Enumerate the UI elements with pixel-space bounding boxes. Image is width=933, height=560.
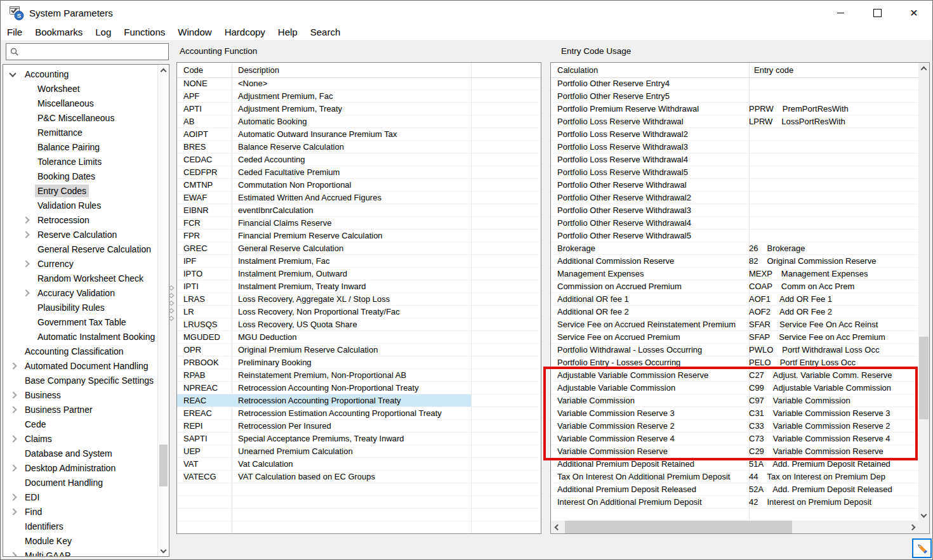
tree-item[interactable]: Retrocession [3, 212, 158, 227]
splitter-handle[interactable] [169, 285, 174, 290]
chevron-right-icon[interactable] [10, 407, 22, 412]
table-row[interactable]: Portfolio Other Reserve Entry5 [551, 90, 918, 103]
table-row[interactable]: Adjustable Variable CommissionC99Adjusta… [551, 382, 918, 394]
menu-bookmarks[interactable]: Bookmarks [29, 25, 89, 40]
table-row[interactable]: Management ExpensesMEXPManagement Expens… [551, 268, 918, 280]
menu-file[interactable]: File [1, 25, 29, 40]
search-input[interactable] [19, 45, 168, 59]
table-row[interactable]: RPABReinstatement Premium, Non-Proportio… [177, 369, 540, 382]
maximize-button[interactable] [859, 1, 896, 25]
table-row[interactable]: EWAFEstimated Written And Accrued Figure… [177, 192, 540, 204]
chevron-right-icon[interactable] [10, 495, 22, 500]
table-row[interactable]: Additional OR fee 2AOF2Add OR Fee 2 [551, 306, 918, 318]
tree-item[interactable]: Remittance [3, 125, 158, 140]
table-row[interactable]: Additional Premium Deposit Retained51AAd… [551, 458, 918, 471]
table-row[interactable]: Portfolio Loss Reserve Withdrawal3 [551, 141, 918, 153]
table-row[interactable]: Portfolio Premium Reserve WithdrawalPPRW… [551, 103, 918, 115]
table-row[interactable]: LRLoss Recovery, Non Proportional Treaty… [177, 306, 540, 318]
chevron-right-icon[interactable] [22, 232, 35, 237]
table-row[interactable]: Portfolio Other Reserve Withdrawal2 [551, 192, 918, 204]
table-row[interactable]: APFAdjustment Premium, Fac [177, 90, 540, 103]
menu-hardcopy[interactable]: Hardcopy [218, 25, 272, 40]
table-row[interactable]: Portfolio Entry - Losses OccurringPELOPo… [551, 356, 918, 369]
table-row[interactable]: VATVat Calculation [177, 458, 540, 471]
table-row[interactable]: SAPTISpecial Acceptance Premiums, Treaty… [177, 433, 540, 445]
tree-item[interactable]: P&C Miscellaneous [3, 110, 158, 125]
tree-scrollbar[interactable] [157, 65, 169, 556]
table-row[interactable]: Variable Commission ReserveC29Variable C… [551, 445, 918, 458]
column-header-calculation[interactable]: Calculation [557, 65, 598, 75]
scroll-up-button[interactable] [158, 65, 169, 75]
tree-item[interactable]: Worksheet [3, 81, 158, 96]
column-header-code[interactable]: Code [183, 65, 203, 75]
table-row[interactable]: Service Fee on Accrued PremiumSFAPServic… [551, 331, 918, 344]
tree-item[interactable]: Identifiers [3, 519, 158, 533]
scroll-down-button[interactable] [158, 545, 169, 556]
table-row[interactable]: IPTOInstalment Premium, Outward [177, 268, 540, 280]
column-header-entry-code[interactable]: Entry code [754, 65, 793, 75]
edit-button[interactable] [912, 538, 932, 558]
table-row-empty[interactable] [177, 521, 540, 534]
table-row[interactable]: Portfolio Loss Reserve Withdrawal5 [551, 166, 918, 179]
table-row[interactable]: Additional Commission Reserve82Original … [551, 255, 918, 268]
chevron-down-icon[interactable] [10, 72, 22, 76]
table-row[interactable]: FPRFinancial Premium Reserve Calculation [177, 230, 540, 242]
table-row[interactable]: FCRFinancial Claims Reserve [177, 217, 540, 230]
table-row[interactable]: Variable Commission Reserve 3C31Variable… [551, 407, 918, 420]
table-row[interactable]: Portfolio Withdrawal - Losses OccurringP… [551, 344, 918, 356]
table-row[interactable]: VATECGVAT Calculation based on EC Groups [177, 471, 540, 483]
table-row[interactable]: Portfolio Loss Reserve Withdrawal2 [551, 128, 918, 141]
tree-item[interactable]: Desktop Administration [3, 460, 158, 475]
chevron-right-icon[interactable] [10, 553, 22, 557]
table-row[interactable]: Portfolio Loss Reserve WithdrawalLPRWLos… [551, 115, 918, 128]
table-row[interactable]: CEDACCeded Accounting [177, 153, 540, 166]
table-row[interactable]: Additional OR fee 1AOF1Add OR Fee 1 [551, 293, 918, 306]
chevron-right-icon[interactable] [10, 466, 22, 471]
table-row[interactable]: APTIAdjustment Premium, Treaty [177, 103, 540, 115]
tree-item[interactable]: Tolerance Limits [3, 154, 158, 169]
tree-item[interactable]: General Reserve Calculation [3, 242, 158, 256]
table-row[interactable]: AOIPTAutomatic Outward Insurance Premium… [177, 128, 540, 141]
table-row[interactable]: NPREACRetrocession Accounting Non-Propor… [177, 382, 540, 394]
tree-item[interactable]: Balance Pairing [3, 140, 158, 154]
table-row[interactable]: NONE<None> [177, 77, 540, 90]
tree-item[interactable]: Accuracy Validation [3, 285, 158, 300]
table-row[interactable]: EREACRetrocession Estimation Accounting … [177, 407, 540, 420]
table-row[interactable]: Variable Commission Reserve 4C73Variable… [551, 433, 918, 445]
table-row[interactable]: Portfolio Other Reserve Withdrawal4 [551, 217, 918, 230]
table-row[interactable]: UEPUnearned Premium Calculation [177, 445, 540, 458]
table-row[interactable]: CEDFPRCeded Facultative Premium [177, 166, 540, 179]
tree-item[interactable]: Multi GAAP [3, 548, 158, 557]
close-button[interactable]: × [896, 1, 932, 25]
table-row-empty[interactable] [177, 496, 540, 509]
minimize-button[interactable] [822, 1, 859, 25]
table-row[interactable]: CMTNPCommutation Non Proportional [177, 179, 540, 192]
table-row[interactable]: Portfolio Loss Reserve Withdrawal4 [551, 153, 918, 166]
tree-item[interactable]: Entry Codes [3, 183, 158, 198]
table-row[interactable]: Interest On Additional Premium Deposit42… [551, 496, 918, 509]
chevron-right-icon[interactable] [10, 363, 22, 368]
table-row[interactable]: BRESBalance Reserve Calculation [177, 141, 540, 153]
tree-item[interactable]: Reserve Calculation [3, 227, 158, 242]
menu-search[interactable]: Search [304, 25, 347, 40]
table-row-empty[interactable] [177, 483, 540, 496]
scrollbar-thumb[interactable] [159, 445, 168, 486]
scroll-down-button[interactable] [918, 510, 929, 521]
table-row[interactable]: ABAutomatic Booking [177, 115, 540, 128]
table-row[interactable]: Adjustable Variable Commission ReserveC2… [551, 369, 918, 382]
tree-item[interactable]: Automated Document Handling [3, 358, 158, 373]
tree-item[interactable]: Business Partner [3, 402, 158, 417]
vertical-scrollbar[interactable] [918, 63, 929, 521]
splitter-handle[interactable] [169, 316, 174, 321]
tree-item[interactable]: Cede [3, 417, 158, 431]
tree-item[interactable]: Government Tax Table [3, 315, 158, 329]
splitter-handle[interactable] [169, 293, 174, 298]
scrollbar-thumb[interactable] [919, 337, 929, 419]
scrollbar-thumb[interactable] [565, 521, 792, 533]
menu-functions[interactable]: Functions [117, 25, 171, 40]
table-row[interactable]: LRASLoss Recovery, Aggregate XL / Stop L… [177, 293, 540, 306]
tree-item[interactable]: Find [3, 504, 158, 519]
table-row-empty[interactable] [177, 509, 540, 521]
tree-item[interactable]: Module Key [3, 533, 158, 548]
table-row[interactable]: REPIRetrocession Per Insured [177, 420, 540, 433]
